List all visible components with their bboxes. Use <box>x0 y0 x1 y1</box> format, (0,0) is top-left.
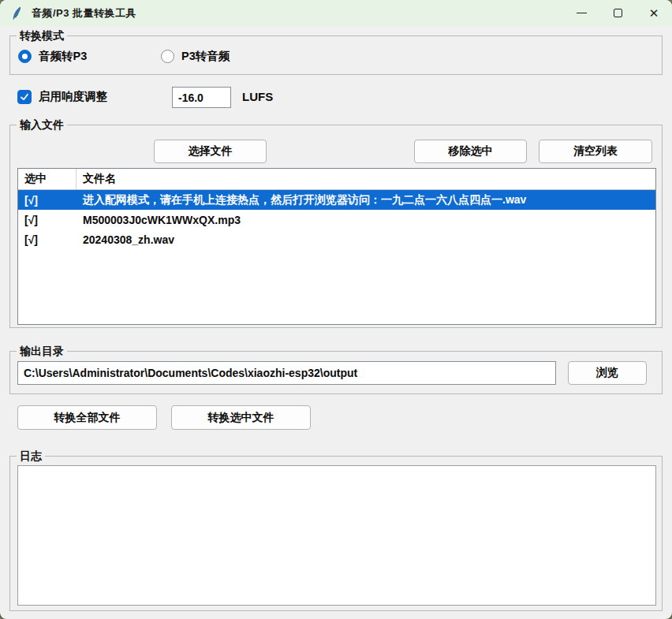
select-files-button[interactable]: 选择文件 <box>154 140 267 163</box>
title-bar: 音频/P3 批量转换工具 ✕ <box>0 0 672 26</box>
close-icon: ✕ <box>649 7 659 19</box>
mode-group-label: 转换模式 <box>17 29 67 43</box>
minimize-button[interactable] <box>563 0 599 26</box>
log-label: 日志 <box>17 449 45 463</box>
loudness-checkbox-label: 启用响度调整 <box>39 89 107 104</box>
column-header-checked[interactable]: 选中 <box>18 169 77 189</box>
radio-audio-to-p3-label: 音频转P3 <box>39 49 87 64</box>
column-header-filename[interactable]: 文件名 <box>77 169 655 189</box>
window-title: 音频/P3 批量转换工具 <box>32 6 136 21</box>
output-dir-label: 输出目录 <box>17 345 67 358</box>
loudness-checkbox[interactable]: 启用响度调整 <box>17 89 107 104</box>
loudness-row: 启用响度调整 LUFS <box>0 85 672 109</box>
clear-list-button[interactable]: 清空列表 <box>539 140 652 163</box>
radio-p3-to-audio-label: P3转音频 <box>181 49 230 64</box>
minimize-icon <box>577 13 587 13</box>
lufs-unit-label: LUFS <box>242 90 273 103</box>
log-textarea[interactable] <box>17 465 656 606</box>
row-filename: 进入配网模式，请在手机上连接热点，然后打开浏览器访问：一九二点一六八点四点一.w… <box>77 193 655 207</box>
row-filename: 20240308_zh.wav <box>77 233 655 246</box>
lufs-input[interactable] <box>172 87 231 108</box>
radio-audio-to-p3[interactable]: 音频转P3 <box>18 49 87 64</box>
remove-selected-button[interactable]: 移除选中 <box>414 140 527 163</box>
file-list-table: 选中 文件名 [√] 进入配网模式，请在手机上连接热点，然后打开浏览器访问：一九… <box>17 168 656 325</box>
row-check-mark: [√] <box>18 214 77 226</box>
convert-selected-button[interactable]: 转换选中文件 <box>171 405 311 430</box>
output-dir-input[interactable] <box>17 361 556 385</box>
browse-button[interactable]: 浏览 <box>568 361 647 385</box>
table-row[interactable]: [√] 进入配网模式，请在手机上连接热点，然后打开浏览器访问：一九二点一六八点四… <box>18 190 655 210</box>
tk-feather-icon <box>10 6 24 21</box>
app-window: 音频/P3 批量转换工具 ✕ 转换模式 音频转P3 P3转音频 <box>0 0 672 619</box>
window-controls: ✕ <box>563 0 672 26</box>
row-check-mark: [√] <box>18 233 77 246</box>
file-table-header: 选中 文件名 <box>18 169 655 190</box>
maximize-button[interactable] <box>599 0 636 26</box>
row-filename: M500003J0cWK1WWxQX.mp3 <box>77 214 655 226</box>
close-button[interactable]: ✕ <box>636 0 672 26</box>
radio-unselected-icon <box>161 50 174 63</box>
checkbox-checked-icon <box>17 90 32 104</box>
radio-selected-icon <box>18 50 32 63</box>
convert-all-button[interactable]: 转换全部文件 <box>17 405 157 430</box>
table-row[interactable]: [√] 20240308_zh.wav <box>18 229 655 249</box>
radio-p3-to-audio[interactable]: P3转音频 <box>161 49 230 64</box>
table-row[interactable]: [√] M500003J0cWK1WWxQX.mp3 <box>18 210 655 229</box>
input-files-label: 输入文件 <box>17 118 67 132</box>
maximize-icon <box>614 9 622 17</box>
row-check-mark: [√] <box>18 194 77 207</box>
mode-groupbox: 转换模式 音频转P3 P3转音频 <box>9 35 663 75</box>
